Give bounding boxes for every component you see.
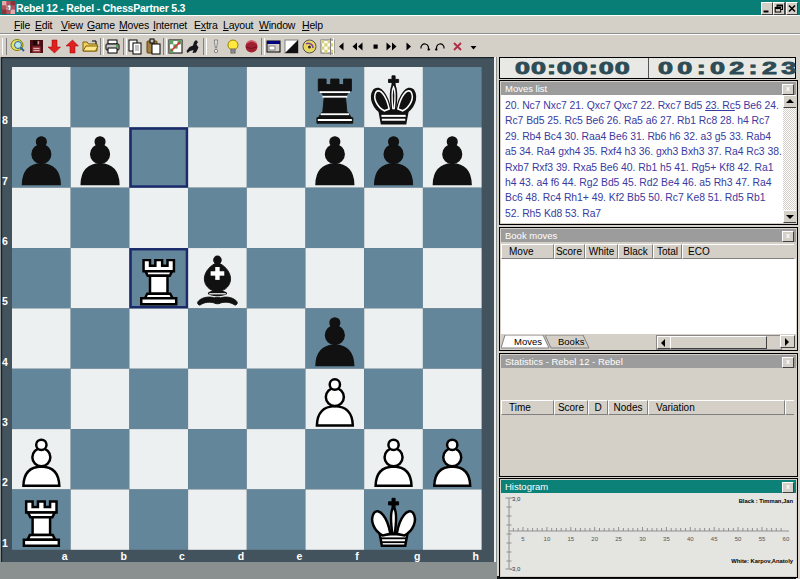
svg-text:1: 1 bbox=[2, 537, 8, 549]
svg-text:g: g bbox=[414, 550, 420, 562]
svg-text:45: 45 bbox=[711, 536, 718, 542]
svg-text:3: 3 bbox=[2, 416, 8, 428]
svg-text:Moves: Moves bbox=[514, 336, 542, 347]
svg-text:h: h bbox=[473, 550, 479, 562]
svg-text:6: 6 bbox=[2, 235, 8, 247]
svg-text:Books: Books bbox=[558, 336, 585, 347]
svg-text:5: 5 bbox=[2, 295, 8, 307]
svg-text:d: d bbox=[238, 550, 244, 562]
svg-text:b: b bbox=[120, 550, 126, 562]
svg-text:15: 15 bbox=[567, 536, 574, 542]
svg-text:7: 7 bbox=[2, 175, 8, 187]
svg-text:8: 8 bbox=[2, 114, 8, 126]
svg-text:a: a bbox=[62, 550, 68, 562]
svg-text:3,0: 3,0 bbox=[512, 496, 521, 502]
svg-text:e: e bbox=[297, 550, 303, 562]
svg-text:c: c bbox=[179, 550, 185, 562]
svg-text:4: 4 bbox=[2, 356, 8, 368]
svg-text:40: 40 bbox=[687, 536, 694, 542]
svg-text:10: 10 bbox=[544, 536, 551, 542]
svg-text:30: 30 bbox=[639, 536, 646, 542]
svg-text:60: 60 bbox=[783, 536, 790, 542]
svg-text:35: 35 bbox=[663, 536, 670, 542]
svg-text:5: 5 bbox=[521, 536, 525, 542]
svg-text:-3,0: -3,0 bbox=[510, 566, 521, 572]
svg-text:Black : Timman,Jan: Black : Timman,Jan bbox=[739, 498, 794, 504]
svg-text:f: f bbox=[355, 550, 359, 562]
svg-text:50: 50 bbox=[735, 536, 742, 542]
svg-text:White: Karpov,Anatoly: White: Karpov,Anatoly bbox=[731, 558, 794, 564]
svg-text:20: 20 bbox=[591, 536, 598, 542]
svg-text:25: 25 bbox=[615, 536, 622, 542]
svg-text:55: 55 bbox=[759, 536, 766, 542]
svg-text:2: 2 bbox=[2, 476, 8, 488]
